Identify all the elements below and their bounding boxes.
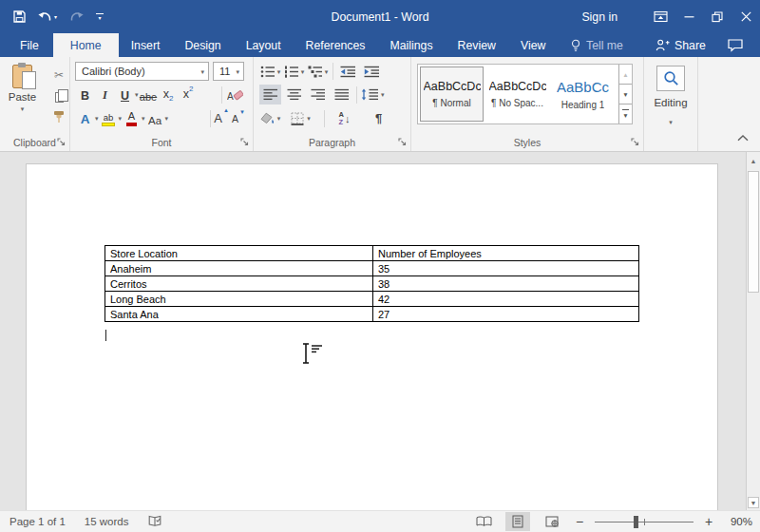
numbering-button[interactable]: ▾: [283, 62, 305, 82]
table-cell[interactable]: Long Beach: [105, 292, 373, 307]
tab-layout[interactable]: Layout: [234, 33, 294, 57]
share-button[interactable]: Share: [656, 33, 706, 57]
shrink-font-button[interactable]: A▼: [232, 113, 238, 124]
save-button[interactable]: [13, 10, 26, 23]
zoom-slider[interactable]: [595, 516, 694, 528]
align-right-button[interactable]: [307, 85, 329, 104]
borders-button[interactable]: ▾: [290, 108, 312, 128]
font-dialog-launcher[interactable]: [239, 137, 250, 147]
table-cell[interactable]: Store Location: [105, 246, 373, 261]
line-spacing-button[interactable]: ▾: [361, 85, 385, 104]
proofing-status-button[interactable]: [148, 515, 162, 529]
paste-button[interactable]: Paste ▾: [3, 60, 42, 124]
document-page[interactable]: [26, 163, 718, 510]
zoom-slider-thumb[interactable]: [634, 516, 638, 528]
tab-review[interactable]: Review: [446, 33, 508, 57]
scrollbar-thumb[interactable]: [748, 171, 759, 293]
zoom-out-button[interactable]: −: [574, 514, 585, 529]
web-layout-button[interactable]: [540, 512, 564, 531]
sign-in-button[interactable]: Sign in: [581, 10, 618, 24]
table-cell[interactable]: Anaheim: [105, 261, 373, 276]
scrollbar-up-button[interactable]: ▲: [748, 155, 759, 167]
editing-group-button[interactable]: Editing: [644, 97, 697, 108]
page-count-label[interactable]: Page 1 of 1: [10, 516, 66, 527]
read-mode-button[interactable]: [471, 512, 496, 531]
underline-dropdown-icon[interactable]: ▾: [135, 91, 139, 98]
undo-button[interactable]: ▾: [38, 11, 57, 23]
ribbon-display-options-button[interactable]: [646, 0, 674, 33]
justify-button[interactable]: [331, 85, 352, 104]
highlight-dropdown-icon[interactable]: ▾: [119, 115, 123, 122]
table-cell[interactable]: Cerritos: [105, 276, 373, 292]
decrease-indent-button[interactable]: [337, 62, 359, 82]
show-formatting-marks-button[interactable]: ¶: [368, 108, 390, 128]
multilevel-list-button[interactable]: ▾: [307, 62, 329, 82]
subscript-button[interactable]: x2: [160, 85, 178, 104]
sort-button[interactable]: A Z ↓: [333, 108, 355, 128]
tab-insert[interactable]: Insert: [119, 33, 173, 57]
cut-button[interactable]: ✂: [48, 66, 69, 83]
align-center-button[interactable]: [283, 85, 305, 104]
shading-button[interactable]: ▾: [259, 108, 281, 128]
table-cell[interactable]: 27: [373, 307, 639, 322]
font-color-dropdown-icon[interactable]: ▾: [142, 115, 145, 122]
bold-button[interactable]: B: [76, 85, 94, 104]
font-size-select[interactable]: 11 ▾: [213, 62, 244, 81]
collapse-ribbon-button[interactable]: [737, 128, 749, 145]
tab-view[interactable]: View: [508, 33, 558, 57]
paste-dropdown-icon[interactable]: ▾: [21, 105, 25, 112]
minimize-button[interactable]: [674, 0, 703, 33]
copy-button[interactable]: [48, 87, 69, 104]
comments-button[interactable]: [728, 33, 743, 57]
bullets-button[interactable]: ▾: [259, 62, 281, 82]
style-card-heading1[interactable]: AaBbCc Heading 1: [551, 66, 615, 122]
tell-me-button[interactable]: Tell me: [570, 33, 623, 57]
strikethrough-button[interactable]: abe: [140, 85, 158, 104]
redo-button[interactable]: [69, 11, 84, 23]
tab-mailings[interactable]: Mailings: [378, 33, 446, 57]
underline-button[interactable]: U: [116, 85, 134, 104]
change-case-dropdown-icon[interactable]: ▾: [165, 115, 169, 122]
clear-formatting-button[interactable]: A: [226, 85, 244, 104]
paragraph-dialog-launcher[interactable]: [397, 137, 408, 147]
styles-dialog-launcher[interactable]: [630, 137, 640, 147]
qat-customize-button[interactable]: ▾: [96, 13, 104, 21]
undo-dropdown-icon[interactable]: ▾: [54, 14, 57, 20]
text-effects-button[interactable]: A: [76, 108, 94, 128]
scrollbar-down-button[interactable]: ▼: [748, 497, 759, 508]
word-count-label[interactable]: 15 words: [85, 516, 129, 527]
table-cell[interactable]: Number of Employees: [373, 246, 639, 261]
font-color-button[interactable]: A: [123, 108, 141, 128]
find-button[interactable]: [656, 66, 685, 91]
print-layout-button[interactable]: [505, 512, 530, 531]
style-card-normal[interactable]: AaBbCcDc ¶ Normal: [420, 66, 484, 122]
zoom-in-button[interactable]: +: [703, 514, 714, 529]
text-effects-dropdown-icon[interactable]: ▾: [95, 115, 99, 122]
styles-scroll-up-button[interactable]: ▲: [619, 65, 632, 85]
increase-indent-button[interactable]: [361, 62, 383, 82]
tab-design[interactable]: Design: [172, 33, 233, 57]
clipboard-dialog-launcher[interactable]: [56, 137, 66, 147]
tab-file[interactable]: File: [6, 33, 53, 57]
tab-home[interactable]: Home: [53, 33, 119, 57]
highlight-button[interactable]: ab: [100, 108, 118, 128]
editing-dropdown-icon[interactable]: ▾: [669, 119, 673, 125]
styles-scroll-down-button[interactable]: ▼: [619, 85, 632, 104]
align-left-button[interactable]: [259, 85, 281, 104]
tab-references[interactable]: References: [294, 33, 378, 57]
style-card-no-spacing[interactable]: AaBbCcDc ¶ No Spac...: [485, 66, 549, 122]
styles-gallery-more-button[interactable]: ▼: [619, 104, 632, 124]
change-case-button[interactable]: Aa: [146, 108, 164, 128]
restore-button[interactable]: [703, 0, 732, 33]
table-cell[interactable]: 35: [373, 261, 639, 276]
close-button[interactable]: [732, 0, 760, 33]
italic-button[interactable]: I: [96, 85, 114, 104]
table-cell[interactable]: 38: [373, 276, 639, 292]
table-cell[interactable]: 42: [373, 292, 639, 307]
vertical-scrollbar[interactable]: ▲ ▼: [746, 152, 760, 510]
grow-font-button[interactable]: A▲: [214, 111, 222, 125]
format-painter-button[interactable]: [48, 108, 69, 124]
zoom-level-label[interactable]: 90%: [724, 516, 752, 527]
superscript-button[interactable]: x2: [180, 85, 198, 104]
table-cell[interactable]: Santa Ana: [105, 307, 373, 322]
